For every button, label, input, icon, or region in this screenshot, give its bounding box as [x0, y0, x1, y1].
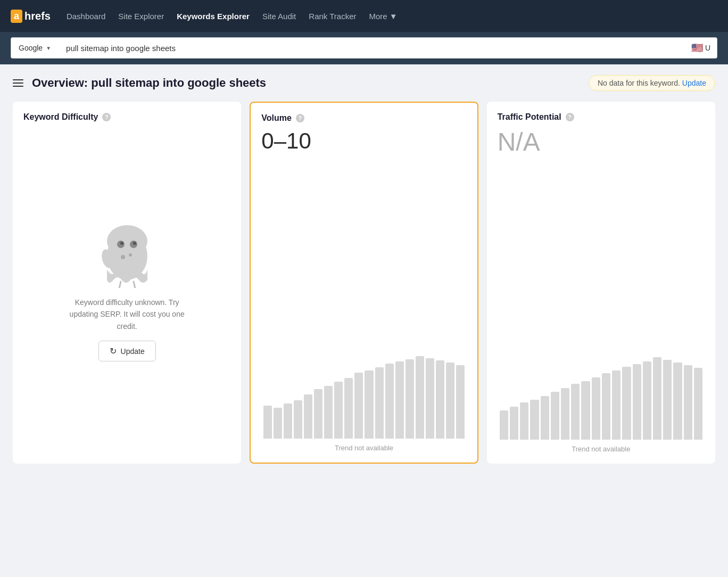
svg-point-6	[121, 255, 125, 259]
bar	[416, 356, 424, 439]
bar	[653, 357, 661, 440]
logo-text: hrefs	[24, 10, 51, 22]
bar	[561, 388, 569, 440]
nav-keywords-explorer[interactable]: Keywords Explorer	[177, 12, 250, 21]
main-content: Overview: pull sitemap into google sheet…	[0, 64, 728, 577]
svg-line-9	[134, 282, 136, 288]
bar	[633, 364, 641, 440]
traffic-card: Traffic Potential ? N/A Trend not availa…	[487, 102, 715, 464]
bar	[622, 367, 631, 440]
country-code: U	[705, 44, 710, 52]
no-data-badge: No data for this keyword. Update	[589, 75, 715, 91]
kd-description: Keyword difficulty unknown. Try updating…	[69, 296, 186, 332]
kd-update-button[interactable]: ↻ Update	[98, 341, 156, 361]
ghost-illustration	[95, 219, 159, 288]
bar	[602, 373, 610, 440]
bar	[684, 365, 692, 440]
svg-point-7	[129, 253, 132, 257]
kd-title: Keyword Difficulty	[23, 112, 98, 122]
bar	[395, 361, 404, 439]
refresh-icon: ↻	[110, 346, 117, 356]
volume-chart-area: Trend not available	[261, 158, 466, 452]
bar	[385, 364, 394, 439]
bar	[314, 389, 322, 439]
update-btn-label: Update	[121, 347, 145, 356]
nav-rank-tracker[interactable]: Rank Tracker	[309, 12, 356, 21]
search-bar: Google ▼ 🇺🇸 U	[0, 32, 728, 64]
traffic-bar-chart	[498, 355, 705, 440]
bar	[375, 367, 384, 439]
nav-site-explorer[interactable]: Site Explorer	[118, 12, 164, 21]
page-header: Overview: pull sitemap into google sheet…	[13, 75, 715, 91]
page-title: Overview: pull sitemap into google sheet…	[32, 76, 266, 90]
bar	[592, 377, 600, 440]
bar	[324, 386, 333, 439]
bar	[520, 402, 528, 440]
bar	[694, 368, 702, 440]
nav-dashboard[interactable]: Dashboard	[67, 12, 105, 21]
bar	[581, 381, 590, 440]
volume-title-row: Volume ?	[261, 113, 466, 123]
bar	[673, 362, 682, 440]
traffic-help-icon[interactable]: ?	[566, 113, 574, 121]
nav-links: Dashboard Site Explorer Keywords Explore…	[67, 12, 717, 21]
search-engine-selector[interactable]: Google ▼	[11, 37, 59, 59]
bar	[456, 365, 465, 439]
nav-site-audit[interactable]: Site Audit	[262, 12, 296, 21]
bar	[436, 360, 444, 439]
search-input-wrap	[59, 37, 685, 59]
bar	[274, 408, 282, 439]
bar	[643, 361, 651, 440]
cards-row: Keyword Difficulty ?	[13, 102, 715, 464]
update-link[interactable]: Update	[682, 79, 706, 87]
volume-card: Volume ? 0–10 Trend not available	[250, 102, 478, 464]
traffic-chart-area: Trend not available	[498, 161, 705, 453]
bar	[426, 358, 434, 439]
bar	[365, 370, 373, 439]
bar	[334, 382, 343, 439]
ghost-container: Keyword difficulty unknown. Try updating…	[23, 127, 230, 453]
country-selector[interactable]: 🇺🇸 U	[685, 37, 717, 59]
bar	[571, 384, 580, 440]
traffic-title: Traffic Potential	[498, 112, 561, 122]
bar	[663, 360, 672, 440]
top-nav: a hrefs Dashboard Site Explorer Keywords…	[0, 0, 728, 32]
svg-point-5	[133, 242, 136, 245]
bar	[284, 403, 292, 439]
bar	[354, 373, 363, 439]
flag-icon: 🇺🇸	[691, 42, 703, 54]
bar	[510, 407, 518, 440]
bar	[500, 410, 508, 440]
kd-help-icon[interactable]: ?	[102, 113, 111, 121]
chevron-down-icon: ▼	[390, 12, 398, 21]
no-data-text: No data for this keyword.	[598, 79, 680, 87]
nav-more[interactable]: More ▼	[369, 12, 398, 21]
engine-chevron: ▼	[46, 45, 51, 51]
volume-trend-label: Trend not available	[261, 444, 466, 452]
sidebar-toggle[interactable]	[13, 79, 23, 87]
bar	[530, 400, 539, 440]
engine-label: Google	[19, 44, 43, 52]
logo-a-letter: a	[11, 10, 22, 23]
bar	[612, 370, 621, 440]
traffic-trend-label: Trend not available	[498, 445, 705, 453]
traffic-value: N/A	[498, 127, 705, 156]
bar	[551, 392, 559, 440]
bar	[344, 378, 353, 439]
svg-point-1	[107, 225, 147, 257]
kd-card: Keyword Difficulty ?	[13, 102, 241, 464]
bar	[294, 400, 302, 439]
search-input[interactable]	[59, 37, 685, 59]
volume-help-icon[interactable]: ?	[296, 114, 304, 122]
bar	[446, 362, 454, 439]
volume-value: 0–10	[261, 128, 466, 154]
bar	[304, 394, 312, 439]
svg-line-8	[119, 282, 121, 288]
traffic-title-row: Traffic Potential ?	[498, 112, 705, 122]
volume-bar-chart	[261, 353, 466, 439]
kd-title-row: Keyword Difficulty ?	[23, 112, 230, 122]
volume-title: Volume	[261, 113, 292, 123]
logo[interactable]: a hrefs	[11, 10, 51, 23]
svg-point-4	[120, 242, 123, 245]
bar	[406, 359, 414, 439]
